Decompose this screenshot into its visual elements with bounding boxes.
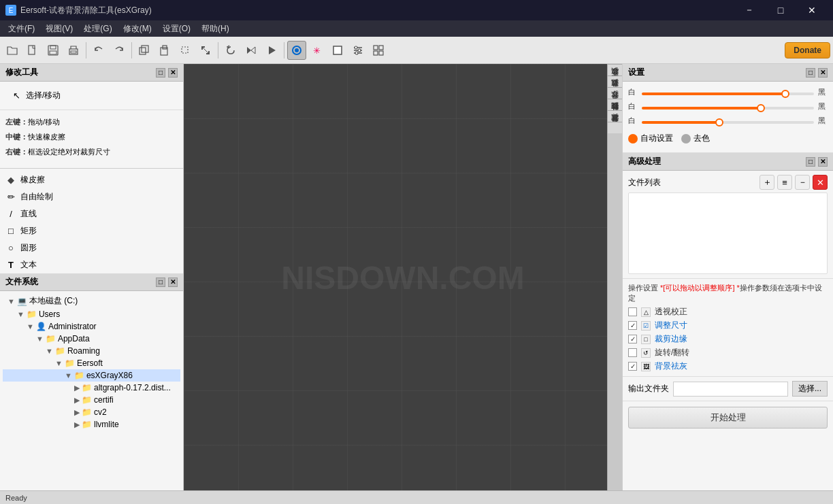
tree-item-llvmlite[interactable]: ▶ 📁 llvmlite bbox=[3, 418, 180, 431]
tree-item-esxgray[interactable]: ▼ 📁 esXGrayX86 bbox=[3, 369, 180, 382]
op-checkbox-rotate[interactable] bbox=[628, 348, 637, 357]
slider-3-input[interactable] bbox=[642, 121, 814, 124]
advanced-close-btn[interactable]: ✕ bbox=[818, 157, 828, 167]
toolbar-undo[interactable] bbox=[89, 41, 108, 60]
toolbar-grid[interactable] bbox=[369, 41, 388, 60]
output-choose-btn[interactable]: 选择... bbox=[792, 381, 828, 397]
line-icon: / bbox=[5, 209, 16, 220]
toolbar-redo[interactable] bbox=[110, 41, 129, 60]
tree-item-eersoft[interactable]: ▼ 📁 Eersoft bbox=[3, 357, 180, 369]
op-checkbox-bg[interactable]: ✓ bbox=[628, 362, 637, 371]
file-list-add-btn[interactable]: ＋ bbox=[760, 175, 774, 190]
toolbar-white-bg[interactable] bbox=[328, 41, 347, 60]
toolbar-new[interactable] bbox=[23, 41, 42, 60]
donate-button[interactable]: Donate bbox=[785, 42, 830, 58]
settings-restore-btn[interactable]: □ bbox=[806, 68, 815, 78]
right-panel: 设置 □ ✕ 白 黑 白 黑 白 bbox=[622, 64, 833, 490]
menu-view[interactable]: 视图(V) bbox=[40, 22, 78, 36]
tree-item-cv2[interactable]: ▶ 📁 cv2 bbox=[3, 406, 180, 418]
tree-label-eersoft: Eersoft bbox=[77, 358, 103, 368]
toggle-auto-settings[interactable]: 自动设置 bbox=[628, 133, 673, 144]
menu-settings[interactable]: 设置(O) bbox=[157, 22, 196, 36]
side-tab-3[interactable]: 裁剪参数 bbox=[608, 87, 622, 99]
toolbar-copy[interactable] bbox=[135, 41, 154, 60]
expand-icon-users: ▼ bbox=[17, 310, 24, 318]
toolbar-flip[interactable] bbox=[242, 41, 261, 60]
toolbar-crop[interactable] bbox=[176, 41, 195, 60]
modify-tools-header: 修改工具 □ ✕ bbox=[0, 64, 183, 82]
svg-rect-0 bbox=[29, 46, 35, 54]
tree-item-altgraph[interactable]: ▶ 📁 altgraph-0.17.2.dist... bbox=[3, 382, 180, 394]
tree-label-esxgray: esXGrayX86 bbox=[86, 371, 133, 380]
cursor-tool[interactable]: ↖ 选择/移动 bbox=[5, 87, 178, 104]
advanced-header: 高级处理 □ ✕ bbox=[623, 153, 833, 171]
canvas-area[interactable]: NISDOWN.COM 剪切处理列表 校正参数 裁剪参数 尺寸参数 旋转翻转参数… bbox=[184, 64, 622, 490]
toolbar-resize[interactable] bbox=[196, 41, 215, 60]
menu-process[interactable]: 处理(G) bbox=[78, 22, 117, 36]
op-item-rotate[interactable]: ↺ 旋转/翻转 bbox=[628, 347, 828, 358]
tree-item-appdata[interactable]: ▼ 📁 AppData bbox=[3, 333, 180, 345]
op-checkbox-crop[interactable]: ✓ bbox=[628, 335, 637, 343]
minimize-button[interactable]: － bbox=[734, 0, 765, 20]
toolbar-paste[interactable] bbox=[155, 41, 174, 60]
file-panel-close-btn[interactable]: ✕ bbox=[168, 278, 178, 287]
toolbar-star-tool[interactable]: ✳ bbox=[308, 41, 327, 60]
menu-file[interactable]: 文件(F) bbox=[3, 22, 40, 36]
right-key-label: 右键： bbox=[5, 148, 28, 156]
op-checkbox-perspective[interactable] bbox=[628, 307, 637, 316]
op-title: 操作设置 *[可以拖动以调整顺序] *操作参数须在选项卡中设定 bbox=[628, 283, 828, 303]
op-item-bg[interactable]: ✓ 🖼 背景祛灰 bbox=[628, 360, 828, 372]
tool-rectangle[interactable]: □ 矩形 bbox=[0, 222, 183, 239]
side-tab-1[interactable]: 剪切处理列表 bbox=[608, 64, 622, 75]
panel-restore-btn[interactable]: □ bbox=[156, 68, 165, 78]
toolbar-open-folder[interactable] bbox=[3, 41, 22, 60]
toolbar-rotate-ccw[interactable] bbox=[221, 41, 240, 60]
op-item-crop[interactable]: ✓ □ 裁剪边缘 bbox=[628, 333, 828, 345]
op-icon-crop: □ bbox=[641, 335, 651, 344]
advanced-restore-btn[interactable]: □ bbox=[806, 157, 815, 167]
tree-item-users[interactable]: ▼ 📁 Users bbox=[3, 308, 180, 320]
side-tab-4[interactable]: 尺寸参数 bbox=[608, 99, 622, 110]
slider-2-input[interactable] bbox=[642, 107, 814, 110]
file-list-remove-btn[interactable]: － bbox=[795, 175, 810, 190]
side-tab-6[interactable]: 背景祛灰参数 bbox=[608, 122, 622, 133]
tree-item-c-drive[interactable]: ▼ 💻 本地磁盘 (C:) bbox=[3, 294, 180, 308]
output-folder-input[interactable] bbox=[673, 382, 788, 397]
tool-circle[interactable]: ○ 圆形 bbox=[0, 239, 183, 256]
menu-modify[interactable]: 修改(M) bbox=[118, 22, 157, 36]
op-item-perspective[interactable]: △ 透视校正 bbox=[628, 306, 828, 318]
tool-eraser[interactable]: ◆ 橡皮擦 bbox=[0, 171, 183, 188]
slider-row-2: 白 黑 bbox=[628, 101, 828, 112]
toggle-decolor[interactable]: 去色 bbox=[681, 133, 710, 144]
op-item-resize[interactable]: ✓ ☑ 调整尺寸 bbox=[628, 320, 828, 331]
file-panel-restore-btn[interactable]: □ bbox=[156, 278, 165, 287]
start-process-btn[interactable]: 开始处理 bbox=[628, 407, 828, 429]
slider-1-input[interactable] bbox=[642, 93, 814, 95]
maximize-button[interactable]: □ bbox=[765, 0, 796, 20]
toolbar-play[interactable] bbox=[262, 41, 281, 60]
toolbar-save[interactable] bbox=[44, 41, 63, 60]
toolbar-color-select[interactable] bbox=[287, 41, 306, 60]
svg-rect-25 bbox=[374, 46, 378, 50]
settings-close-btn[interactable]: ✕ bbox=[818, 68, 828, 78]
tool-line[interactable]: / 直线 bbox=[0, 205, 183, 222]
close-button[interactable]: ✕ bbox=[796, 0, 828, 20]
file-list-list-btn[interactable]: ≡ bbox=[777, 175, 792, 190]
tree-item-roaming[interactable]: ▼ 📁 Roaming bbox=[3, 345, 180, 357]
side-tab-5[interactable]: 旋转翻转参数 bbox=[608, 110, 622, 122]
panel-close-btn[interactable]: ✕ bbox=[168, 68, 178, 78]
side-tab-2[interactable]: 校正参数 bbox=[608, 75, 622, 87]
toolbar-settings2[interactable] bbox=[348, 41, 368, 60]
op-checkbox-resize[interactable]: ✓ bbox=[628, 321, 637, 330]
tool-text[interactable]: T 文本 bbox=[0, 256, 183, 273]
slider-3-right: 黑 bbox=[818, 116, 828, 126]
tree-item-certifi[interactable]: ▶ 📁 certifi bbox=[3, 394, 180, 406]
slider-row-1: 白 黑 bbox=[628, 87, 828, 97]
user-icon-admin: 👤 bbox=[36, 322, 46, 331]
toolbar-print[interactable] bbox=[64, 41, 83, 60]
file-list-clear-btn[interactable]: ✕ bbox=[813, 175, 828, 190]
tree-item-admin[interactable]: ▼ 👤 Administrator bbox=[3, 320, 180, 333]
tool-free-draw[interactable]: ✏ 自由绘制 bbox=[0, 188, 183, 205]
file-list-area[interactable] bbox=[628, 192, 828, 274]
menu-help[interactable]: 帮助(H) bbox=[196, 22, 235, 36]
